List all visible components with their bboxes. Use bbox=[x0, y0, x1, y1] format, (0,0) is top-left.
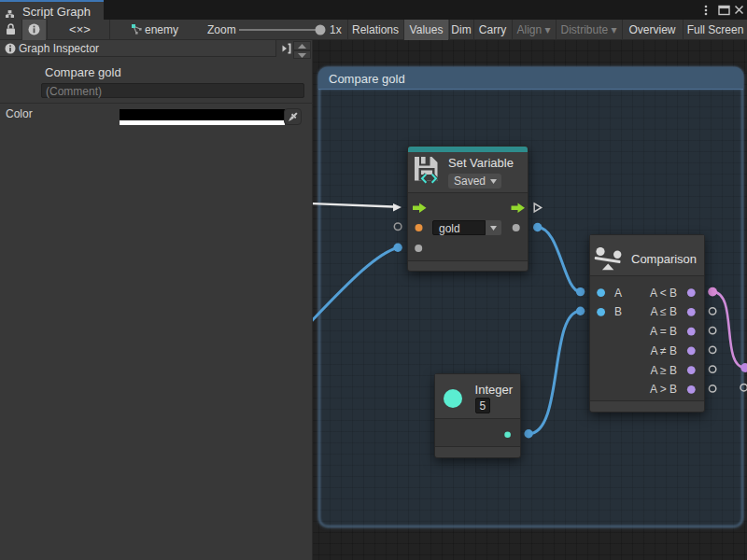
svg-text:1x: 1x bbox=[330, 23, 342, 36]
